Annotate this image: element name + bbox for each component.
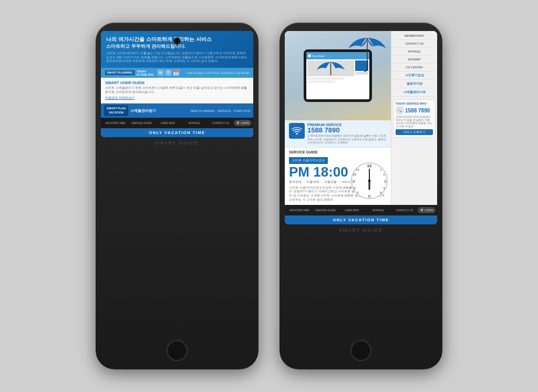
ps-phone: 1588 7890 [307, 127, 387, 134]
sidebar-item-sitemap[interactable]: SITEMAP [392, 56, 436, 64]
sidebar-item-cs[interactable]: CS CENTER [392, 64, 436, 71]
sg-sep-3: | [339, 180, 339, 184]
bn-item-2[interactable]: SERVICE GUIDE [129, 121, 154, 125]
tablet-site-name: Smart Guide [312, 55, 325, 57]
clock-container: 12 3 6 9 1 2 4 5 11 10 8 [350, 162, 388, 200]
user-guide-section: SMART USER GUIDE 스마트 스케줄관리기 위한 스마트한 시스템에… [101, 78, 253, 104]
service-info-box: TODAY SERVICE INFO 1588 7890 고객이의리하이아와 세… [393, 99, 436, 138]
rbn-item-3[interactable]: USER INFO [339, 209, 365, 212]
premium-service: PREMIUM SERVICE 1588 7890 고객이의리하이아와 세권에이… [285, 120, 391, 148]
sg-link-3[interactable]: 사용내용 [324, 180, 337, 184]
vn-link-1[interactable]: NEW PLANNING [190, 109, 214, 112]
right-login-icon: ⊕ [420, 208, 423, 212]
sidebar-item-contact[interactable]: CONTACT US [392, 40, 436, 48]
right-login-btn[interactable]: ⊕ LOGIN [418, 207, 436, 213]
tablet-display-area: Smart Guide [285, 31, 391, 120]
wifi-icon-box [289, 123, 305, 139]
rbn-item-5[interactable]: CONTACT US [391, 209, 417, 212]
sp-today: TODAY25 JUNE 2012 [137, 70, 154, 76]
svg-point-13 [296, 133, 298, 135]
svg-text:10: 10 [353, 173, 357, 176]
banner-line2: 스마트하고 뚜뚜하게 관리해드립니다. [106, 43, 248, 50]
home-button-left[interactable] [167, 340, 188, 361]
si-btn[interactable]: 서비스 소배보기 [396, 129, 433, 135]
svg-text:3: 3 [384, 179, 387, 184]
right-login-label: LOGIN [425, 209, 433, 212]
sp-label: SMART PLANNING [105, 70, 134, 76]
ug-text: 스마트 스케줄관리기 위한 스마트한 시스템에 세부 도움이 되는 것을 심어보… [105, 86, 249, 94]
tablet-text-1 [307, 77, 345, 80]
ps-text: 고객이의리하이아와 세권에이 대리이가 없을 한 살빠는 이동 스마트하며, 스… [307, 134, 387, 145]
banner-sub: 스마트 스마트 베카리다 모를 놓는 다는 시스템입니다. 진땅지다! 분리기 … [106, 51, 248, 64]
left-screen: 나의 여가시간을 스마트하게 관리하는 서비스 스마트하고 뚜뚜하게 관리해드립… [101, 31, 253, 137]
phone-left: 나의 여가시간을 스마트하게 관리하는 서비스 스마트하고 뚜뚜하게 관리해드립… [96, 23, 258, 369]
sg-link-2[interactable]: 이용내역 [306, 180, 319, 184]
vacation-nav: SMART PLANVACATION 스케줄관리받기 NEW PLANNING … [101, 104, 253, 117]
bg-umbrella [346, 34, 388, 75]
svg-point-29 [368, 179, 371, 182]
sidebar-menu: MEMBERSHIP CONTACT US MYPAGE SITEMAP CS … [391, 31, 437, 98]
ps-content: PREMIUM SERVICE 1588 7890 고객이의리하이아와 세권에이… [307, 123, 387, 145]
sg-sep-2: | [321, 180, 322, 184]
ug-title: SMART USER GUIDE [105, 80, 249, 85]
sg-title: SERVICE GUIDE [289, 150, 387, 154]
sidebar-item-membership[interactable]: MEMBERSHIP [392, 32, 436, 40]
sg-subtitle: 스마트 이용가이드안내 [289, 157, 328, 164]
login-btn[interactable]: ⊕ LOGIN [234, 120, 252, 126]
svg-text:12: 12 [367, 163, 372, 168]
ug-content: SMART USER GUIDE 스마트 스케줄관리기 위한 스마트한 시스템에… [105, 80, 249, 100]
login-icon: ⊕ [236, 121, 240, 125]
si-phone-icon [396, 106, 404, 115]
rbn-item-1[interactable]: VACATION TIME [286, 209, 312, 212]
phone-right: Smart Guide [280, 23, 442, 369]
sp-icons: ✉ ☰ 📅 [157, 69, 180, 76]
vn-link-3[interactable]: FUNCTION [234, 109, 250, 112]
sp-icon-cal: 📅 [173, 69, 180, 76]
sg-link-1[interactable]: 문의안내 [289, 180, 302, 184]
right-screen: Smart Guide [285, 31, 437, 224]
top-banner: 나의 여가시간을 스마트하게 관리하는 서비스 스마트하고 뚜뚜하게 관리해드립… [101, 31, 253, 68]
phone-right-label: SMART GUIDE [285, 228, 437, 233]
bn-item-3[interactable]: USER INFO [155, 121, 181, 125]
right-bottom-nav: VACATION TIME SERVICE GUIDE USER INFO MY… [285, 205, 437, 215]
smart-plan-btn[interactable]: SMART PLANVACATION [104, 105, 128, 116]
service-guide: SERVICE GUIDE 스마트 이용가이드안내 PM 18:00 문의안내 … [285, 148, 391, 205]
sp-date: 25 JUNE 2012 [137, 73, 154, 76]
si-phone-row: 1588 7890 [396, 106, 433, 115]
vn-link-2[interactable]: SERVICE [218, 109, 231, 112]
vn-text: 스케줄관리받기 [130, 108, 188, 114]
bn-item-5[interactable]: CONTACT US [208, 121, 233, 125]
right-sidebar: MEMBERSHIP CONTACT US MYPAGE SITEMAP CS … [391, 31, 437, 205]
tablet-logo [308, 54, 311, 57]
sidebar-item-korean1[interactable]: 나인류기입성 [392, 71, 436, 80]
clock-face: 12 3 6 9 1 2 4 5 11 10 8 [350, 162, 388, 200]
right-main-area: Smart Guide [285, 31, 437, 205]
home-button-right[interactable] [350, 340, 371, 361]
sg-sep-1: | [304, 180, 304, 184]
bn-item-4[interactable]: MYPAGE [181, 121, 207, 125]
sidebar-item-mypage[interactable]: MYPAGE [392, 48, 436, 56]
right-footer: ONLY VACATION TIME [285, 215, 437, 224]
login-label: LOGIN [241, 121, 249, 125]
svg-text:6: 6 [368, 194, 371, 199]
bn-item-1[interactable]: VACATION TIME [102, 121, 128, 125]
si-title: TODAY SERVICE INFO [396, 102, 433, 105]
sidebar-item-korean2[interactable]: 질문자이번 [392, 80, 436, 88]
si-desc: 고객이의리하이아와 세권에이 대리이가 없을 한 살빠는 이동 스마트 스마트한… [396, 116, 433, 128]
svg-text:9: 9 [353, 179, 355, 184]
smart-planning-bar: SMART PLANNING TODAY25 JUNE 2012 ✉ ☰ 📅 T… [101, 68, 253, 78]
left-footer: ONLY VACATION TIME [101, 128, 253, 137]
sp-links: TIME BOARD | FUNCTION | PLANNING | PR RO… [182, 71, 249, 75]
bottom-nav: VACATION TIME SERVICE GUIDE USER INFO MY… [101, 118, 253, 128]
tablet-text-2 [307, 80, 335, 83]
rbn-item-2[interactable]: SERVICE GUIDE [313, 209, 338, 212]
si-phone-number: 1588 7890 [405, 108, 430, 114]
right-content: Smart Guide [285, 31, 391, 205]
sidebar-item-korean3[interactable]: 스케줄관리시세 [392, 88, 436, 97]
scene: 나의 여가시간을 스마트하게 관리하는 서비스 스마트하고 뚜뚜하게 관리해드립… [0, 0, 538, 392]
rbn-item-4[interactable]: MYPAGE [365, 209, 391, 212]
banner-line1: 나의 여가시간을 스마트하게 관리하는 서비스 [106, 35, 248, 43]
vn-links: NEW PLANNING SERVICE FUNCTION [190, 109, 250, 112]
svg-text:11: 11 [356, 168, 360, 171]
ug-link[interactable]: 이용안내 자세히보기 [105, 96, 249, 100]
